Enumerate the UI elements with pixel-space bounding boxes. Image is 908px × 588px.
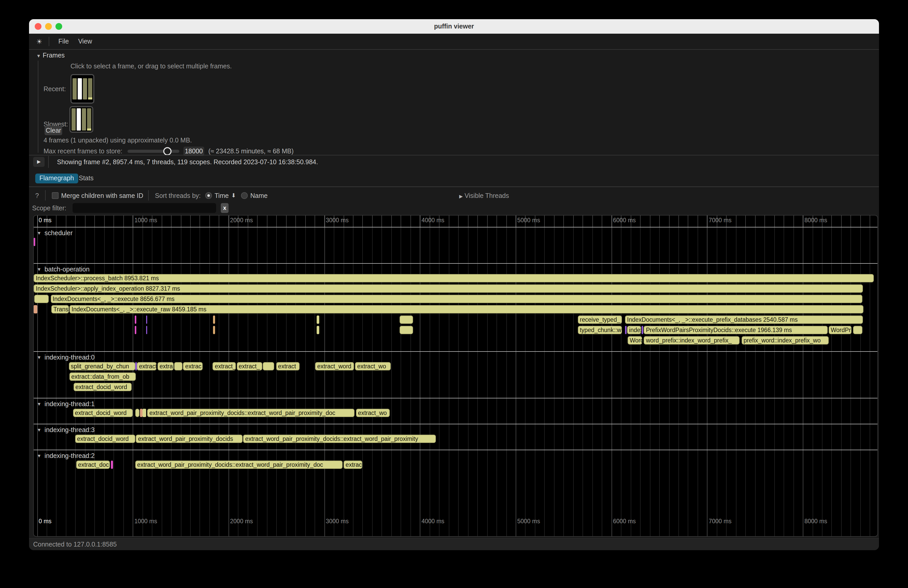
scope-bar[interactable] <box>135 362 137 370</box>
scope-bar[interactable] <box>135 409 139 417</box>
close-window-icon[interactable] <box>35 23 42 30</box>
scope-bar[interactable] <box>135 326 136 334</box>
scope-bar[interactable] <box>143 409 146 417</box>
menu-file[interactable]: File <box>58 38 69 45</box>
frame-thumbnail-bar[interactable] <box>77 108 81 130</box>
scope-bar[interactable]: extract_word_pair_proximity_docids <box>136 435 243 443</box>
scope-bar[interactable]: extract_docid_word <box>75 435 135 443</box>
scope-row: IndexScheduler>::apply_index_operation 8… <box>34 284 877 293</box>
scope-bar[interactable] <box>213 326 215 334</box>
scope-bar[interactable]: extract_docid_word <box>73 409 132 417</box>
sort-direction-arrow-icon[interactable]: ⬇ <box>231 192 236 199</box>
thread-header-indexing-thread:0[interactable]: ▼indexing-thread:0 <box>34 353 877 362</box>
scope-bar[interactable]: extract_doc <box>76 461 109 469</box>
frame-thumbnail-bar[interactable] <box>87 108 91 130</box>
scope-bar[interactable]: extra <box>158 362 174 370</box>
visible-threads-header[interactable]: ▶ Visible Threads <box>459 192 509 199</box>
scope-bar[interactable] <box>399 315 413 324</box>
scope-bar[interactable] <box>625 326 626 334</box>
zoom-window-icon[interactable] <box>55 23 62 30</box>
menu-view[interactable]: View <box>78 38 92 45</box>
scope-filter-clear-button[interactable]: x <box>221 203 229 213</box>
scope-bar[interactable]: extrac <box>344 461 362 469</box>
scope-bar[interactable]: extract <box>137 362 157 370</box>
scope-bar[interactable]: IndexDocuments<_, _>::execute 8656.677 m… <box>50 295 863 303</box>
scope-bar[interactable]: split_grenad_by_chun <box>69 362 135 370</box>
thread-header-batch-operation[interactable]: ▼batch-operation <box>34 265 877 274</box>
flamegraph-panel[interactable]: ▼scheduler▼batch-operationIndexScheduler… <box>33 215 878 537</box>
frame-thumbnail-bar[interactable] <box>78 78 82 100</box>
scope-bar[interactable]: extract_wo <box>356 409 390 417</box>
tab-stats[interactable]: Stats <box>75 174 98 183</box>
merge-children-checkbox[interactable] <box>52 192 59 199</box>
scope-row: receive_typed_IndexDocuments<_, _>::exec… <box>34 315 877 324</box>
scope-bar[interactable]: extract_word_pair_proximity_docids::extr… <box>243 435 436 443</box>
clear-button[interactable]: Clear <box>45 126 62 135</box>
max-frames-value[interactable]: 18000 <box>184 146 204 156</box>
theme-toggle-sun-icon[interactable]: ☀ <box>36 37 42 45</box>
scope-bar[interactable] <box>174 362 182 370</box>
scope-bar[interactable]: receive_typed_ <box>578 315 622 324</box>
slowest-frames-thumbnail[interactable] <box>69 106 93 133</box>
frame-thumbnail-bar[interactable] <box>71 108 76 130</box>
scope-bar[interactable]: extrac <box>183 362 203 370</box>
max-frames-slider-knob[interactable] <box>163 147 172 156</box>
scope-bar[interactable] <box>135 315 136 324</box>
scope-bar[interactable]: IndexDocuments<_, _>::execute_raw 8459.1… <box>69 305 863 313</box>
scope-bar[interactable]: extract_word_pair_proximity_docids::extr… <box>135 461 342 469</box>
scope-bar[interactable] <box>399 326 413 334</box>
scope-bar[interactable]: extract_ <box>237 362 262 370</box>
scope-bar[interactable]: word_prefix::index_word_prefix_ <box>644 336 740 344</box>
scope-bar[interactable] <box>34 305 37 313</box>
scope-bar[interactable]: extract_word_pair_proximity_docids::extr… <box>147 409 355 417</box>
thread-header-scheduler[interactable]: ▼scheduler <box>34 228 877 238</box>
scope-filter-input[interactable] <box>72 203 216 213</box>
scope-bar[interactable]: extract <box>276 362 299 370</box>
scope-bar[interactable]: typed_chunk::w <box>578 326 622 334</box>
scope-bar[interactable] <box>140 409 143 417</box>
scope-bar[interactable]: extract_wo <box>355 362 391 370</box>
scope-bar[interactable] <box>111 461 113 469</box>
scope-bar[interactable]: prefix_word::index_prefix_wo <box>741 336 828 344</box>
scope-bar[interactable]: Trans <box>51 305 69 313</box>
scope-bar[interactable]: extract_word <box>315 362 354 370</box>
frame-thumbnail-bar[interactable] <box>72 78 77 100</box>
frames-collapsing-header[interactable]: ▼ Frames <box>36 52 65 59</box>
scope-bar[interactable] <box>146 315 147 324</box>
scope-bar[interactable] <box>146 326 147 334</box>
scope-bar[interactable]: extract_docid_word <box>73 383 131 391</box>
tab-flamegraph[interactable]: Flamegraph <box>35 174 78 183</box>
scope-bar[interactable] <box>34 295 49 303</box>
minimize-window-icon[interactable] <box>45 23 52 30</box>
sort-time-radio[interactable] <box>205 192 212 199</box>
scope-bar[interactable] <box>263 362 274 370</box>
title-bar[interactable]: puffin viewer <box>29 19 879 34</box>
max-frames-slider[interactable] <box>127 150 179 153</box>
frame-thumbnail-bar[interactable] <box>82 108 86 130</box>
scope-bar[interactable]: IndexDocuments<_, _>::execute_prefix_dat… <box>625 315 863 324</box>
play-button[interactable]: ▶ <box>33 157 45 167</box>
scope-bar[interactable]: index <box>627 326 641 334</box>
scope-bar[interactable]: PrefixWordPairsProximityDocids::execute … <box>644 326 828 334</box>
scope-bar[interactable] <box>642 326 644 334</box>
scope-bar[interactable] <box>316 315 319 324</box>
scope-bar[interactable]: IndexScheduler>::process_batch 8953.821 … <box>34 274 874 282</box>
scope-bar[interactable]: extract_ <box>213 362 236 370</box>
scope-bar[interactable] <box>213 315 215 324</box>
scope-filter-label: Scope filter: <box>32 205 66 212</box>
scope-bar[interactable]: extract::data_from_ob <box>69 373 136 381</box>
recent-frames-thumbnail[interactable] <box>71 74 94 104</box>
scope-bar[interactable]: Word <box>628 336 642 344</box>
help-button[interactable]: ? <box>35 192 39 199</box>
scope-bar[interactable] <box>34 238 35 246</box>
scope-bar[interactable] <box>853 326 863 334</box>
sort-name-radio[interactable] <box>241 192 248 199</box>
thread-header-indexing-thread:2[interactable]: ▼indexing-thread:2 <box>34 451 877 461</box>
thread-header-indexing-thread:1[interactable]: ▼indexing-thread:1 <box>34 399 877 409</box>
scope-bar[interactable]: IndexScheduler>::apply_index_operation 8… <box>34 284 863 293</box>
scope-bar[interactable] <box>316 326 319 334</box>
frame-thumbnail-bar[interactable] <box>88 78 92 100</box>
frame-thumbnail-bar[interactable] <box>83 78 87 100</box>
thread-header-indexing-thread:3[interactable]: ▼indexing-thread:3 <box>34 425 877 435</box>
scope-bar[interactable]: WordPr <box>829 326 852 334</box>
